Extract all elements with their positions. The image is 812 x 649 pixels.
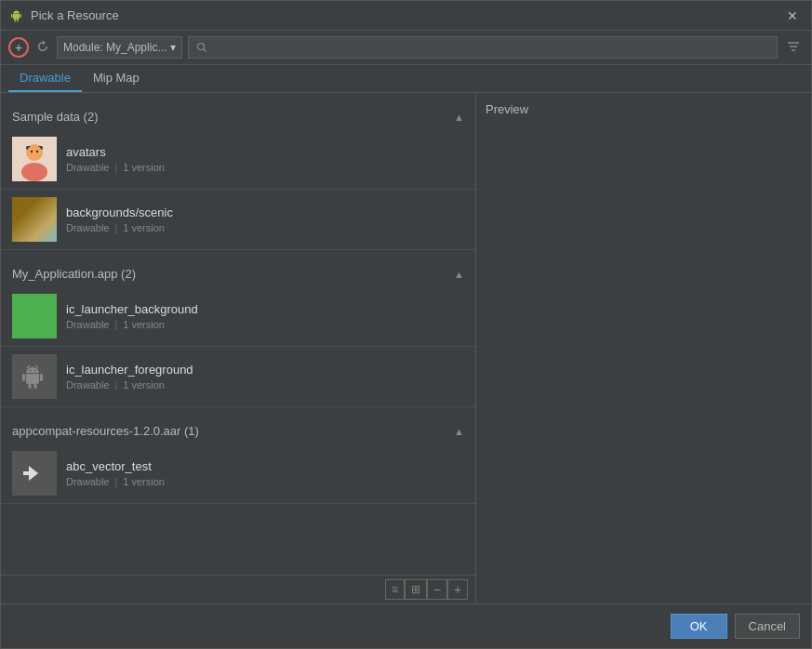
footer: OK Cancel (1, 603, 811, 648)
list-item[interactable]: backgrounds/scenic Drawable|1 version (1, 190, 475, 250)
tabs: Drawable Mip Map (1, 65, 811, 93)
list-bottom-bar: ≡ ⊞ − + (1, 575, 475, 603)
svg-line-3 (204, 49, 206, 52)
list-item[interactable]: avatars Drawable|1 version (1, 129, 475, 190)
avatar-svg (12, 137, 57, 181)
section-appcompat: appcompat-resources-1.2.0.aar (1) ▲ (1, 415, 475, 444)
section-sample-data-title: Sample data (2) (12, 110, 99, 124)
search-input[interactable] (211, 41, 769, 54)
svg-line-16 (35, 365, 38, 368)
list-item[interactable]: ic_launcher_foreground Drawable|1 versio… (1, 347, 475, 407)
abc-vector-test-info: abc_vector_test Drawable|1 version (66, 459, 464, 487)
pick-resource-dialog: Pick a Resource ✕ + Module: My_Applic...… (0, 0, 812, 649)
filter-button[interactable] (783, 38, 804, 57)
preview-title: Preview (486, 102, 802, 116)
section-my-application-toggle[interactable]: ▲ (454, 269, 464, 280)
module-select[interactable]: Module: My_Applic... ▾ (57, 36, 182, 59)
zoom-in-button[interactable]: + (447, 579, 468, 600)
list-item[interactable]: ic_launcher_background Drawable|1 versio… (1, 286, 475, 347)
avatars-info: avatars Drawable|1 version (66, 145, 464, 173)
avatars-name: avatars (66, 145, 464, 159)
main-content: Sample data (2) ▲ (1, 93, 811, 603)
scenic-thumb (12, 197, 57, 242)
svg-point-12 (31, 151, 33, 152)
list-view-button[interactable]: ≡ (385, 579, 405, 600)
section-my-application-title: My_Application.app (2) (12, 267, 136, 281)
section-appcompat-title: appcompat-resources-1.2.0.aar (1) (12, 424, 199, 438)
svg-point-14 (30, 370, 32, 372)
toolbar: + Module: My_Applic... ▾ (1, 31, 811, 65)
refresh-button[interactable] (34, 38, 51, 58)
grid-view-button[interactable]: ⊞ (405, 579, 427, 600)
search-box (188, 36, 778, 59)
section-sample-data-toggle[interactable]: ▲ (454, 112, 464, 123)
preview-panel: Preview (476, 93, 811, 603)
ic-launcher-background-name: ic_launcher_background (66, 302, 464, 316)
scenic-name: backgrounds/scenic (66, 205, 464, 219)
zoom-out-button[interactable]: − (427, 579, 447, 600)
svg-point-15 (34, 370, 36, 372)
search-icon (196, 42, 207, 53)
ic-launcher-foreground-meta: Drawable|1 version (66, 379, 464, 391)
section-sample-data: Sample data (2) ▲ (1, 100, 475, 129)
svg-point-9 (21, 163, 47, 181)
tab-drawable[interactable]: Drawable (8, 65, 82, 92)
vector-arrow-icon (18, 457, 51, 490)
android-foreground-icon (20, 362, 49, 391)
avatars-thumb (12, 137, 57, 181)
ic-launcher-foreground-info: ic_launcher_foreground Drawable|1 versio… (66, 363, 464, 391)
title-left: Pick a Resource (10, 8, 119, 23)
abc-vector-test-name: abc_vector_test (66, 459, 464, 473)
scenic-info: backgrounds/scenic Drawable|1 version (66, 205, 464, 233)
ic-launcher-background-meta: Drawable|1 version (66, 319, 464, 330)
section-appcompat-toggle[interactable]: ▲ (454, 426, 464, 437)
svg-point-11 (27, 145, 42, 160)
android-icon (10, 8, 25, 23)
abc-vector-test-thumb (12, 451, 57, 496)
abc-vector-test-meta: Drawable|1 version (66, 476, 464, 487)
list-item[interactable]: abc_vector_test Drawable|1 version (1, 444, 475, 504)
ic-launcher-foreground-name: ic_launcher_foreground (66, 363, 464, 377)
svg-point-0 (15, 11, 16, 12)
ic-launcher-background-thumb (12, 294, 57, 338)
tab-mipmap[interactable]: Mip Map (82, 65, 151, 92)
ic-launcher-background-info: ic_launcher_background Drawable|1 versio… (66, 302, 464, 330)
scenic-meta: Drawable|1 version (66, 222, 464, 233)
close-button[interactable]: ✕ (783, 7, 802, 25)
avatars-meta: Drawable|1 version (66, 162, 464, 173)
ok-button[interactable]: OK (671, 614, 727, 639)
add-button[interactable]: + (8, 37, 29, 58)
cancel-button[interactable]: Cancel (735, 614, 800, 639)
title-bar: Pick a Resource ✕ (1, 1, 811, 31)
svg-point-13 (36, 151, 38, 152)
ic-launcher-foreground-thumb (12, 354, 57, 399)
svg-point-1 (18, 11, 19, 12)
section-my-application: My_Application.app (2) ▲ (1, 258, 475, 286)
svg-line-17 (27, 365, 30, 368)
dialog-title: Pick a Resource (31, 8, 119, 22)
resource-list: Sample data (2) ▲ (1, 93, 476, 603)
svg-point-2 (198, 44, 205, 50)
